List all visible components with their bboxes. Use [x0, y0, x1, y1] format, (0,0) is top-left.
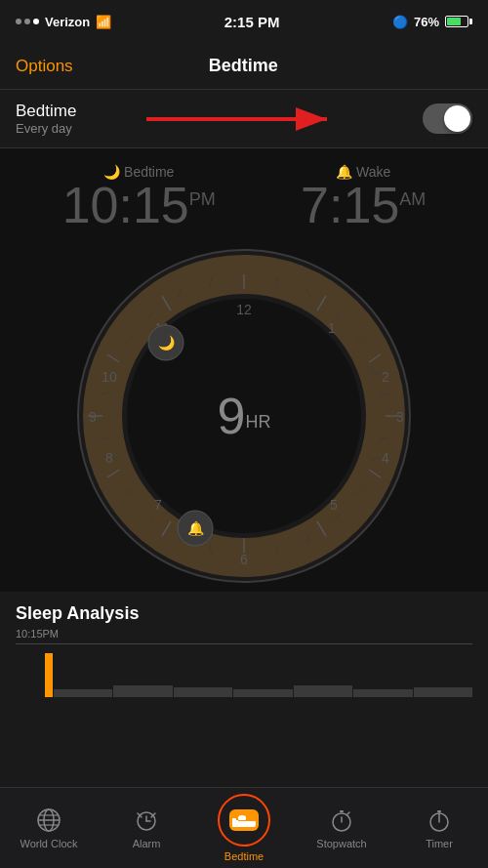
status-bar: Verizon 📶 2:15 PM 🔵 76% — [0, 0, 488, 43]
sleep-analysis-section: Sleep Analysis 10:15PM — [0, 592, 488, 702]
svg-rect-69 — [232, 818, 236, 827]
signal-dots — [16, 19, 39, 24]
sleep-bar-1 — [54, 689, 112, 697]
sleep-bar-5 — [294, 685, 352, 697]
stopwatch-label: Stopwatch — [316, 838, 366, 849]
sleep-time-label: 10:15PM — [16, 628, 472, 640]
sleep-bar-chart — [16, 643, 472, 702]
bedtime-label: Bedtime — [16, 102, 76, 121]
status-time: 2:15 PM — [224, 14, 280, 30]
sleep-bar-2 — [113, 685, 172, 697]
options-button[interactable]: Options — [16, 57, 73, 76]
svg-text:8: 8 — [105, 450, 113, 466]
tab-bar: World Clock Alarm — [0, 787, 488, 868]
status-left: Verizon 📶 — [16, 15, 111, 29]
svg-text:7: 7 — [154, 497, 162, 513]
time-labels: 🌙 Bedtime 10:15PM 🔔 Wake 7:15AM — [0, 164, 488, 230]
svg-text:1: 1 — [328, 320, 336, 336]
alarm-icon — [133, 806, 160, 834]
everyday-label: Every day — [16, 121, 76, 136]
alarm-label: Alarm — [133, 838, 161, 849]
toggle-labels: Bedtime Every day — [16, 102, 76, 136]
sleep-chart-line — [16, 643, 472, 644]
svg-text:5: 5 — [330, 497, 338, 513]
svg-rect-78 — [437, 810, 441, 812]
sleep-analysis-title: Sleep Analysis — [16, 603, 472, 624]
bedtime-active-icon — [229, 809, 259, 831]
wake-time-group: 🔔 Wake 7:15AM — [301, 164, 426, 230]
svg-rect-74 — [340, 810, 344, 812]
tab-world-clock[interactable]: World Clock — [0, 806, 98, 849]
svg-text:4: 4 — [382, 450, 389, 466]
page-title: Bedtime — [209, 56, 278, 76]
sleep-bar-4 — [233, 689, 292, 697]
bedtime-time-group: 🌙 Bedtime 10:15PM — [62, 164, 216, 230]
bedtime-active-circle — [218, 794, 270, 847]
timer-label: Timer — [426, 838, 453, 849]
svg-text:10: 10 — [102, 369, 117, 385]
carrier-label: Verizon — [45, 15, 90, 29]
sleep-bar-3 — [174, 687, 232, 697]
clock-dial[interactable]: 12 1 2 3 4 5 6 7 8 9 10 11 🌙 🔔 9HR — [68, 240, 420, 592]
svg-text:9: 9 — [89, 409, 97, 425]
svg-text:6: 6 — [240, 552, 248, 567]
svg-text:🔔: 🔔 — [187, 520, 205, 537]
svg-rect-71 — [238, 820, 256, 821]
sleep-bar-7 — [414, 687, 472, 697]
bluetooth-icon: 🔵 — [392, 15, 408, 29]
sleep-bar-primary — [45, 653, 53, 697]
svg-text:2: 2 — [382, 369, 389, 385]
wake-time-value: 7:15AM — [301, 180, 426, 230]
nav-bar: Options Bedtime — [0, 43, 488, 90]
status-right: 🔵 76% — [392, 15, 472, 29]
bedtime-label: Bedtime — [224, 850, 264, 862]
arrow-indicator — [146, 100, 342, 139]
duration-label: 9HR — [218, 387, 271, 445]
world-clock-label: World Clock — [20, 838, 77, 849]
tab-bedtime[interactable]: Bedtime — [195, 794, 293, 862]
battery-icon — [445, 16, 472, 27]
svg-text:3: 3 — [396, 409, 404, 425]
tab-timer[interactable]: Timer — [390, 806, 488, 849]
stopwatch-icon — [328, 806, 355, 834]
world-clock-icon — [35, 806, 62, 834]
timer-icon — [426, 806, 453, 834]
clock-section: 🌙 Bedtime 10:15PM 🔔 Wake 7:15AM — [0, 148, 488, 592]
red-arrow-icon — [146, 100, 342, 139]
bedtime-toggle-row: Bedtime Every day — [0, 90, 488, 148]
sleep-bar-6 — [353, 689, 412, 697]
svg-text:12: 12 — [236, 302, 252, 317]
bedtime-time-value: 10:15PM — [62, 180, 216, 230]
toggle-knob — [444, 105, 470, 132]
tab-alarm[interactable]: Alarm — [98, 806, 195, 849]
bedtime-toggle[interactable] — [423, 103, 472, 134]
svg-line-75 — [347, 812, 349, 814]
wifi-icon: 📶 — [96, 15, 111, 29]
sleep-bars — [16, 643, 472, 697]
battery-percent: 76% — [414, 15, 439, 29]
svg-text:🌙: 🌙 — [158, 335, 176, 351]
tab-stopwatch[interactable]: Stopwatch — [293, 806, 390, 849]
